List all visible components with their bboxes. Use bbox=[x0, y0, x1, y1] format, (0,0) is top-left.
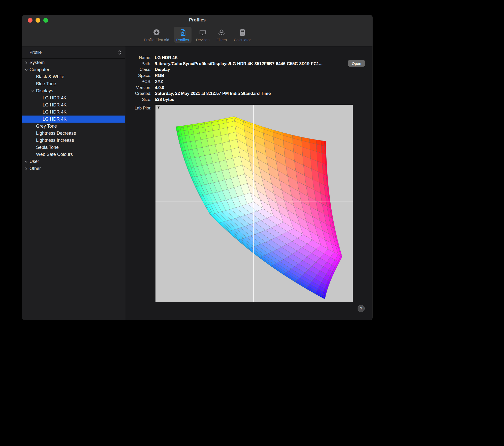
chevron-spacer bbox=[31, 146, 36, 149]
detail-value: 528 bytes bbox=[155, 97, 174, 103]
chevron-spacer bbox=[31, 82, 36, 86]
chevron-spacer bbox=[31, 153, 36, 156]
titlebar: Profiles Profile First AidProfilesDevice… bbox=[22, 15, 372, 46]
detail-label: Path: bbox=[125, 61, 151, 67]
calculator-icon bbox=[238, 28, 247, 37]
detail-row-created: Created:Saturday, 22 May 2021 at 8:12:57… bbox=[125, 91, 372, 97]
tree-item-lg-hdr-4k[interactable]: LG HDR 4K bbox=[22, 108, 125, 116]
profile-column-header[interactable]: Profile bbox=[22, 46, 125, 59]
tree-item-displays[interactable]: Displays bbox=[22, 87, 125, 94]
chevron-right-icon[interactable] bbox=[25, 167, 29, 170]
zoom-button[interactable] bbox=[43, 18, 48, 23]
up-down-chevrons-icon[interactable] bbox=[118, 50, 121, 55]
plot-disclosure-triangle-icon[interactable]: ▼ bbox=[157, 105, 161, 109]
tree-item-label: LG HDR 4K bbox=[43, 109, 67, 115]
profiles-document-gear-icon bbox=[178, 28, 187, 37]
tree-item-label: Web Safe Colours bbox=[36, 152, 73, 157]
detail-row-space: Space:RGB bbox=[125, 73, 372, 79]
chevron-spacer bbox=[31, 124, 36, 128]
toolbar-item-label: Filters bbox=[216, 38, 227, 42]
tree-item-lg-hdr-4k[interactable]: LG HDR 4K bbox=[22, 101, 125, 108]
detail-value: Saturday, 22 May 2021 at 8:12:57 PM Indi… bbox=[155, 91, 271, 97]
tree-item-label: Lightness Increase bbox=[36, 138, 74, 143]
detail-value: XYZ bbox=[155, 79, 163, 85]
tree-item-label: LG HDR 4K bbox=[43, 102, 67, 108]
toolbar-item-calculator[interactable]: Calculator bbox=[231, 27, 254, 43]
profile-details-panel: Name:LG HDR 4KPath:/Library/ColorSync/Pr… bbox=[125, 46, 372, 320]
chevron-down-icon[interactable] bbox=[25, 68, 29, 71]
chevron-right-icon[interactable] bbox=[25, 61, 29, 64]
chevron-spacer bbox=[38, 96, 43, 100]
detail-row-path: Path:/Library/ColorSync/Profiles/Display… bbox=[125, 61, 372, 67]
traffic-lights bbox=[28, 18, 48, 23]
tree-item-lightness-decrease[interactable]: Lightness Decrease bbox=[22, 130, 125, 137]
chevron-spacer bbox=[38, 110, 43, 114]
tree-item-black-white[interactable]: Black & White bbox=[22, 73, 125, 80]
tree-item-label: Blue Tone bbox=[36, 81, 56, 87]
tree-item-grey-tone[interactable]: Grey Tone bbox=[22, 123, 125, 130]
chevron-spacer bbox=[38, 103, 43, 107]
tree-item-web-safe-colours[interactable]: Web Safe Colours bbox=[22, 151, 125, 158]
chevron-spacer bbox=[31, 75, 36, 78]
venn-circles-icon bbox=[217, 28, 226, 37]
display-monitor-icon bbox=[198, 28, 207, 37]
tree-item-other[interactable]: Other bbox=[22, 165, 125, 172]
tree-item-lg-hdr-4k[interactable]: LG HDR 4K bbox=[22, 94, 125, 101]
detail-row-name: Name:LG HDR 4K bbox=[125, 55, 372, 61]
window-content: Profile SystemComputerBlack & WhiteBlue … bbox=[22, 46, 372, 320]
tree-item-computer[interactable]: Computer bbox=[22, 66, 125, 73]
tree-item-blue-tone[interactable]: Blue Tone bbox=[22, 80, 125, 87]
tree-item-user[interactable]: User bbox=[22, 158, 125, 165]
toolbar-item-profile-first-aid[interactable]: Profile First Aid bbox=[141, 27, 172, 43]
tree-item-lightness-increase[interactable]: Lightness Increase bbox=[22, 137, 125, 144]
tree-item-label: Sepia Tone bbox=[36, 145, 59, 150]
lab-plot-canvas[interactable] bbox=[155, 105, 353, 302]
tree-item-label: Black & White bbox=[36, 74, 64, 79]
detail-value: RGB bbox=[155, 73, 164, 79]
toolbar-item-devices[interactable]: Devices bbox=[194, 27, 212, 43]
detail-label: Space: bbox=[125, 73, 151, 79]
chevron-down-icon[interactable] bbox=[25, 160, 29, 163]
colorsync-window: Profiles Profile First AidProfilesDevice… bbox=[22, 15, 372, 320]
tree-item-sepia-tone[interactable]: Sepia Tone bbox=[22, 144, 125, 151]
toolbar-item-filters[interactable]: Filters bbox=[214, 27, 229, 43]
chevron-spacer bbox=[38, 117, 43, 121]
toolbar-item-label: Devices bbox=[196, 38, 209, 42]
detail-label: Class: bbox=[125, 67, 151, 73]
detail-value: 4.0.0 bbox=[155, 85, 164, 91]
open-button[interactable]: Open bbox=[348, 60, 365, 67]
toolbar-item-profiles[interactable]: Profiles bbox=[174, 27, 192, 43]
window-title: Profiles bbox=[22, 15, 372, 23]
lab-plot: ▼ bbox=[155, 105, 353, 302]
profile-column-header-label: Profile bbox=[29, 50, 42, 55]
detail-row-version: Version:4.0.0 bbox=[125, 85, 372, 91]
tree-item-lg-hdr-4k[interactable]: LG HDR 4K bbox=[22, 116, 125, 123]
detail-value: Display bbox=[155, 67, 170, 73]
detail-label: Size: bbox=[125, 97, 151, 103]
detail-label: Created: bbox=[125, 91, 151, 97]
tree-item-label: Grey Tone bbox=[36, 124, 57, 129]
profile-first-aid-icon bbox=[152, 28, 161, 37]
tree-item-label: System bbox=[29, 60, 45, 65]
detail-row-pcs: PCS:XYZ bbox=[125, 79, 372, 85]
detail-value: /Library/ColorSync/Profiles/Displays/LG … bbox=[155, 61, 323, 67]
detail-rows: Name:LG HDR 4KPath:/Library/ColorSync/Pr… bbox=[125, 55, 372, 103]
tree-item-label: User bbox=[29, 159, 39, 164]
detail-value: LG HDR 4K bbox=[155, 55, 178, 61]
chevron-spacer bbox=[31, 131, 36, 135]
tree-item-system[interactable]: System bbox=[22, 59, 125, 66]
help-button[interactable]: ? bbox=[358, 305, 365, 312]
tree-item-label: LG HDR 4K bbox=[43, 117, 67, 122]
chevron-down-icon[interactable] bbox=[31, 89, 36, 93]
tree-item-label: Computer bbox=[29, 67, 49, 72]
detail-label: Version: bbox=[125, 85, 151, 91]
tree-item-label: Lightness Decrease bbox=[36, 131, 76, 136]
detail-row-size: Size:528 bytes bbox=[125, 97, 372, 103]
detail-row-class: Class:Display bbox=[125, 67, 372, 73]
profile-tree: SystemComputerBlack & WhiteBlue ToneDisp… bbox=[22, 59, 125, 320]
detail-label: Name: bbox=[125, 55, 151, 61]
minimize-button[interactable] bbox=[36, 18, 40, 23]
toolbar: Profile First AidProfilesDevicesFiltersC… bbox=[22, 27, 372, 43]
tree-item-label: Other bbox=[29, 166, 41, 171]
close-button[interactable] bbox=[28, 18, 33, 23]
